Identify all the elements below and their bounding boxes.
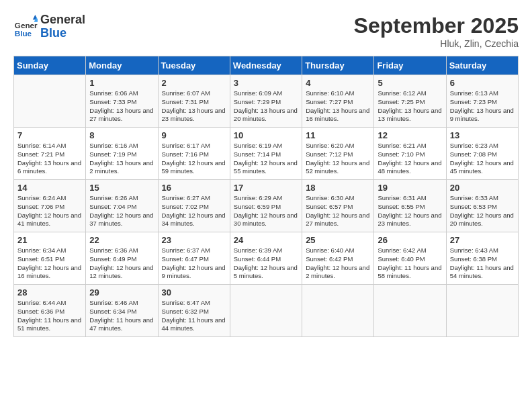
day-number: 3 [234, 78, 298, 88]
day-info: Sunrise: 6:26 AM Sunset: 7:04 PM Dayligh… [89, 194, 154, 228]
weekday-header-sunday: Sunday [14, 56, 86, 75]
day-number: 14 [17, 183, 82, 193]
calendar-table: SundayMondayTuesdayWednesdayThursdayFrid… [13, 56, 519, 337]
day-number: 7 [17, 130, 82, 140]
calendar-cell: 10Sunrise: 6:19 AM Sunset: 7:14 PM Dayli… [230, 128, 302, 180]
weekday-header-tuesday: Tuesday [158, 56, 230, 75]
day-info: Sunrise: 6:43 AM Sunset: 6:38 PM Dayligh… [450, 246, 515, 281]
calendar-cell: 2Sunrise: 6:07 AM Sunset: 7:31 PM Daylig… [158, 75, 230, 128]
day-info: Sunrise: 6:36 AM Sunset: 6:49 PM Dayligh… [89, 246, 154, 281]
day-info: Sunrise: 6:19 AM Sunset: 7:14 PM Dayligh… [234, 142, 298, 176]
calendar-cell: 21Sunrise: 6:34 AM Sunset: 6:51 PM Dayli… [14, 232, 86, 285]
day-number: 15 [89, 183, 154, 193]
day-number: 23 [162, 235, 226, 245]
logo-blue: Blue [40, 27, 85, 40]
calendar-cell: 8Sunrise: 6:16 AM Sunset: 7:19 PM Daylig… [86, 128, 158, 180]
calendar-cell: 17Sunrise: 6:29 AM Sunset: 6:59 PM Dayli… [230, 180, 302, 232]
calendar-week-row: 21Sunrise: 6:34 AM Sunset: 6:51 PM Dayli… [14, 232, 519, 285]
weekday-header-wednesday: Wednesday [230, 56, 302, 75]
day-number: 18 [306, 183, 370, 193]
day-info: Sunrise: 6:10 AM Sunset: 7:27 PM Dayligh… [306, 89, 370, 124]
calendar-cell: 3Sunrise: 6:09 AM Sunset: 7:29 PM Daylig… [230, 75, 302, 128]
day-info: Sunrise: 6:29 AM Sunset: 6:59 PM Dayligh… [234, 194, 298, 228]
location: Hluk, Zlin, Czechia [354, 38, 519, 49]
day-info: Sunrise: 6:34 AM Sunset: 6:51 PM Dayligh… [17, 246, 82, 281]
weekday-header-friday: Friday [374, 56, 446, 75]
calendar-cell: 14Sunrise: 6:24 AM Sunset: 7:06 PM Dayli… [14, 180, 86, 232]
calendar-cell: 24Sunrise: 6:39 AM Sunset: 6:44 PM Dayli… [230, 232, 302, 285]
day-info: Sunrise: 6:21 AM Sunset: 7:10 PM Dayligh… [378, 142, 442, 176]
day-info: Sunrise: 6:17 AM Sunset: 7:16 PM Dayligh… [162, 142, 226, 176]
calendar-cell: 12Sunrise: 6:21 AM Sunset: 7:10 PM Dayli… [374, 128, 446, 180]
calendar-cell [446, 285, 518, 337]
svg-text:Blue: Blue [15, 28, 32, 37]
day-info: Sunrise: 6:46 AM Sunset: 6:34 PM Dayligh… [89, 299, 154, 333]
day-info: Sunrise: 6:27 AM Sunset: 7:02 PM Dayligh… [162, 194, 226, 228]
day-number: 16 [162, 183, 226, 193]
day-number: 17 [234, 183, 298, 193]
day-number: 4 [306, 78, 370, 88]
day-number: 20 [450, 183, 515, 193]
weekday-header-monday: Monday [86, 56, 158, 75]
calendar-cell: 26Sunrise: 6:42 AM Sunset: 6:40 PM Dayli… [374, 232, 446, 285]
calendar-cell [230, 285, 302, 337]
calendar-cell: 6Sunrise: 6:13 AM Sunset: 7:23 PM Daylig… [446, 75, 518, 128]
day-info: Sunrise: 6:20 AM Sunset: 7:12 PM Dayligh… [306, 142, 370, 176]
calendar-cell: 5Sunrise: 6:12 AM Sunset: 7:25 PM Daylig… [374, 75, 446, 128]
day-number: 10 [234, 130, 298, 140]
day-number: 29 [89, 287, 154, 298]
day-info: Sunrise: 6:37 AM Sunset: 6:47 PM Dayligh… [162, 246, 226, 281]
calendar-cell: 30Sunrise: 6:47 AM Sunset: 6:32 PM Dayli… [158, 285, 230, 337]
logo-general: General [40, 13, 85, 27]
calendar-cell: 16Sunrise: 6:27 AM Sunset: 7:02 PM Dayli… [158, 180, 230, 232]
weekday-header-saturday: Saturday [446, 56, 518, 75]
calendar-cell: 19Sunrise: 6:31 AM Sunset: 6:55 PM Dayli… [374, 180, 446, 232]
day-info: Sunrise: 6:14 AM Sunset: 7:21 PM Dayligh… [17, 142, 82, 176]
day-number: 24 [234, 235, 298, 245]
calendar-cell: 25Sunrise: 6:40 AM Sunset: 6:42 PM Dayli… [302, 232, 374, 285]
calendar-cell [302, 285, 374, 337]
calendar-cell: 9Sunrise: 6:17 AM Sunset: 7:16 PM Daylig… [158, 128, 230, 180]
calendar-week-row: 28Sunrise: 6:44 AM Sunset: 6:36 PM Dayli… [14, 285, 519, 337]
calendar-cell [374, 285, 446, 337]
calendar-cell: 4Sunrise: 6:10 AM Sunset: 7:27 PM Daylig… [302, 75, 374, 128]
day-number: 12 [378, 130, 442, 140]
day-number: 27 [450, 235, 515, 245]
day-info: Sunrise: 6:47 AM Sunset: 6:32 PM Dayligh… [162, 299, 226, 333]
day-number: 13 [450, 130, 515, 140]
calendar-cell: 29Sunrise: 6:46 AM Sunset: 6:34 PM Dayli… [86, 285, 158, 337]
calendar-cell: 1Sunrise: 6:06 AM Sunset: 7:33 PM Daylig… [86, 75, 158, 128]
day-info: Sunrise: 6:30 AM Sunset: 6:57 PM Dayligh… [306, 194, 370, 228]
day-info: Sunrise: 6:07 AM Sunset: 7:31 PM Dayligh… [162, 89, 226, 124]
page-header: General Blue General Blue September 2025… [13, 13, 519, 49]
title-block: September 2025 Hluk, Zlin, Czechia [354, 13, 519, 49]
weekday-header-thursday: Thursday [302, 56, 374, 75]
day-info: Sunrise: 6:33 AM Sunset: 6:53 PM Dayligh… [450, 194, 515, 228]
day-info: Sunrise: 6:44 AM Sunset: 6:36 PM Dayligh… [17, 299, 82, 333]
calendar-cell: 22Sunrise: 6:36 AM Sunset: 6:49 PM Dayli… [86, 232, 158, 285]
day-number: 30 [162, 287, 226, 298]
day-number: 9 [162, 130, 226, 140]
calendar-cell [14, 75, 86, 128]
calendar-week-row: 7Sunrise: 6:14 AM Sunset: 7:21 PM Daylig… [14, 128, 519, 180]
day-number: 25 [306, 235, 370, 245]
calendar-cell: 15Sunrise: 6:26 AM Sunset: 7:04 PM Dayli… [86, 180, 158, 232]
day-number: 5 [378, 78, 442, 88]
day-number: 26 [378, 235, 442, 245]
day-number: 2 [162, 78, 226, 88]
weekday-header-row: SundayMondayTuesdayWednesdayThursdayFrid… [14, 56, 519, 75]
day-number: 1 [89, 78, 154, 88]
calendar-week-row: 1Sunrise: 6:06 AM Sunset: 7:33 PM Daylig… [14, 75, 519, 128]
day-info: Sunrise: 6:06 AM Sunset: 7:33 PM Dayligh… [89, 89, 154, 124]
calendar-cell: 28Sunrise: 6:44 AM Sunset: 6:36 PM Dayli… [14, 285, 86, 337]
day-info: Sunrise: 6:12 AM Sunset: 7:25 PM Dayligh… [378, 89, 442, 124]
day-info: Sunrise: 6:40 AM Sunset: 6:42 PM Dayligh… [306, 246, 370, 281]
logo: General Blue General Blue [13, 13, 85, 40]
day-info: Sunrise: 6:23 AM Sunset: 7:08 PM Dayligh… [450, 142, 515, 176]
calendar-cell: 11Sunrise: 6:20 AM Sunset: 7:12 PM Dayli… [302, 128, 374, 180]
calendar-cell: 23Sunrise: 6:37 AM Sunset: 6:47 PM Dayli… [158, 232, 230, 285]
day-info: Sunrise: 6:09 AM Sunset: 7:29 PM Dayligh… [234, 89, 298, 124]
calendar-cell: 20Sunrise: 6:33 AM Sunset: 6:53 PM Dayli… [446, 180, 518, 232]
day-number: 8 [89, 130, 154, 140]
calendar-cell: 13Sunrise: 6:23 AM Sunset: 7:08 PM Dayli… [446, 128, 518, 180]
